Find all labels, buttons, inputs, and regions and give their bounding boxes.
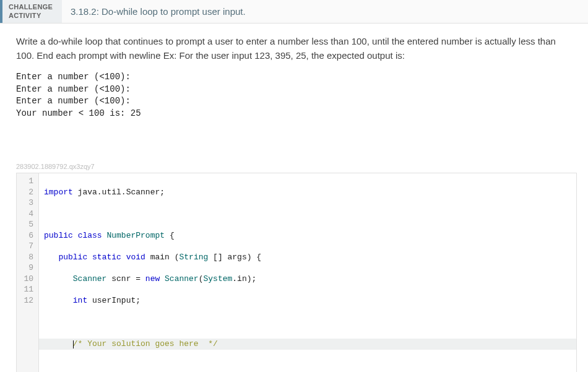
code-text — [44, 253, 58, 262]
code-comment: /* Your solution goes here */ — [73, 339, 218, 348]
prompt-text: Write a do-while loop that continues to … — [16, 35, 572, 63]
expected-output: Enter a number (<100): Enter a number (<… — [16, 71, 572, 119]
line-number: 10 — [19, 274, 33, 285]
code-text — [44, 274, 73, 283]
code-classname: NumberPrompt — [106, 231, 165, 240]
line-number: 1 — [19, 176, 33, 187]
code-keyword: new — [145, 274, 160, 283]
content-area: Write a do-while loop that continues to … — [0, 24, 588, 163]
challenge-header: CHALLENGE ACTIVITY 3.18.2: Do-while loop… — [0, 0, 588, 24]
challenge-badge-line2: ACTIVITY — [9, 12, 56, 20]
challenge-badge: CHALLENGE ACTIVITY — [0, 0, 62, 23]
line-number: 4 — [19, 209, 33, 220]
code-text: main ( — [145, 253, 179, 262]
code-text — [44, 339, 73, 348]
line-number-gutter: 123456789101112 — [17, 173, 39, 372]
line-number: 2 — [19, 187, 33, 198]
code-classname: Scanner — [73, 274, 107, 283]
code-text — [44, 296, 73, 305]
code-text: { — [165, 231, 175, 240]
code-keyword: void — [126, 253, 145, 262]
code-keyword: public — [44, 231, 73, 240]
line-number: 7 — [19, 241, 33, 252]
code-text: [] args) { — [208, 253, 261, 262]
code-text: scnr = — [106, 274, 145, 283]
code-classname: Scanner — [165, 274, 199, 283]
code-editor[interactable]: 123456789101112 import java.util.Scanner… — [16, 173, 577, 372]
code-text: userInput; — [87, 296, 141, 305]
line-number: 5 — [19, 219, 33, 230]
code-classname: System — [203, 274, 232, 283]
code-keyword: class — [78, 231, 102, 240]
line-number: 3 — [19, 197, 33, 209]
line-number: 12 — [19, 295, 33, 306]
line-number: 9 — [19, 262, 33, 274]
code-content[interactable]: import java.util.Scanner; public class N… — [39, 173, 576, 372]
code-keyword: import — [44, 188, 73, 197]
line-number: 11 — [19, 284, 33, 295]
line-number: 6 — [19, 230, 33, 241]
code-keyword: static — [92, 253, 121, 262]
code-keyword: public — [58, 253, 87, 262]
challenge-title: 3.18.2: Do-while loop to prompt user inp… — [62, 0, 588, 23]
line-number: 8 — [19, 252, 33, 263]
challenge-badge-line1: CHALLENGE — [9, 3, 56, 11]
code-text: .in); — [232, 274, 256, 283]
code-text — [160, 274, 165, 283]
code-text: java.util.Scanner; — [73, 188, 165, 197]
watermark: 283902.1889792.qx3zqy7 — [16, 163, 588, 170]
code-classname: String — [179, 253, 208, 262]
code-keyword: int — [73, 296, 87, 305]
